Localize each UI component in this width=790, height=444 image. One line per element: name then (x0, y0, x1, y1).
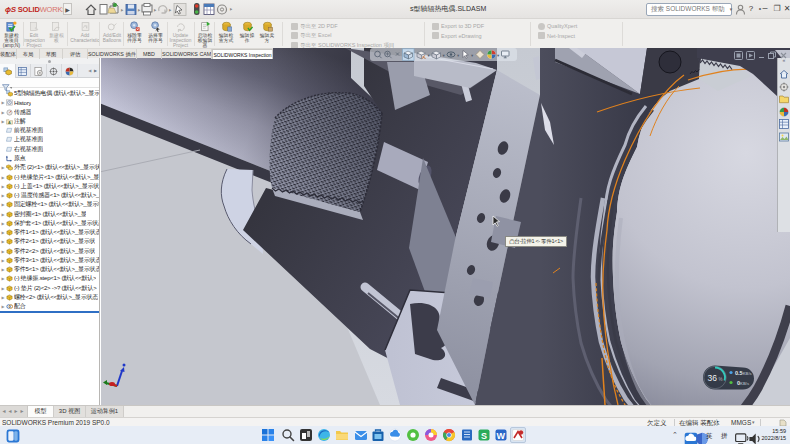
svg-text:▾: ▾ (471, 53, 474, 58)
svg-text:S: S (481, 431, 487, 441)
svg-text:‣: ‣ (120, 7, 124, 14)
svg-text:W: W (497, 431, 506, 441)
svg-text:‣: ‣ (153, 7, 157, 14)
svg-text:‣: ‣ (229, 6, 233, 13)
svg-text:%: % (719, 377, 723, 382)
svg-text:▾: ▾ (443, 53, 446, 58)
svg-text:36: 36 (708, 373, 718, 383)
svg-text:▾: ▾ (428, 53, 431, 58)
svg-text:0KB/s: 0KB/s (737, 380, 750, 386)
svg-text:‣: ‣ (168, 7, 172, 14)
svg-text:‣: ‣ (137, 7, 141, 14)
svg-text:▾: ▾ (497, 53, 500, 58)
svg-text:0.5KB/s: 0.5KB/s (735, 370, 753, 376)
svg-text:▾: ▾ (457, 53, 460, 58)
